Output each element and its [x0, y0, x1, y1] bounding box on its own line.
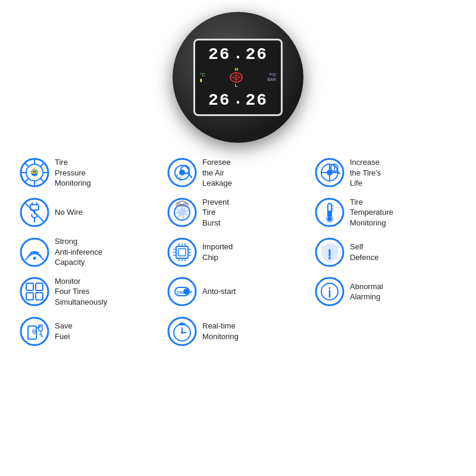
svg-line-12: [40, 178, 45, 183]
no-wire-icon-wrap: [19, 197, 50, 228]
svg-rect-75: [36, 293, 43, 300]
svg-rect-55: [178, 249, 186, 256]
l-label: L: [235, 83, 238, 88]
svg-point-17: [34, 173, 35, 174]
realtime-icon: [167, 317, 197, 346]
four-tires-icon: [20, 277, 49, 306]
device-circle: 26 . 26 °C ▮ H: [173, 12, 303, 143]
bottom-left-number: 26: [208, 91, 231, 109]
svg-rect-73: [36, 283, 43, 290]
svg-text:ON/OFF: ON/OFF: [177, 290, 193, 295]
alarming-icon-wrap: [314, 276, 345, 307]
auto-start-icon: ON/OFF: [167, 277, 197, 306]
feature-tire-pressure: TirePressureMonitoring: [18, 155, 163, 191]
svg-point-52: [33, 256, 36, 259]
tire-pressure-label: TirePressureMonitoring: [55, 157, 91, 189]
svg-point-95: [181, 331, 183, 334]
feature-alarming: AbnormalAlarming: [313, 274, 458, 310]
device-screen: 26 . 26 °C ▮ H: [193, 39, 283, 116]
screen-middle: °C ▮ H L: [198, 67, 278, 88]
alarming-icon: [315, 277, 345, 306]
device-section: 26 . 26 °C ▮ H: [173, 12, 303, 143]
battery-indicator: ▮: [200, 78, 202, 83]
page-container: 26 . 26 °C ▮ H: [0, 0, 476, 476]
air-leakage-icon-wrap: [167, 157, 198, 188]
tire-burst-icon: [167, 198, 197, 227]
h-label: H: [234, 67, 238, 72]
feature-self-defence: SelfDefence: [313, 234, 458, 270]
temp-label: TireTemperatureMonitoring: [350, 197, 393, 228]
four-tires-label: MonitorFour TiresSimultaneously: [55, 276, 107, 308]
svg-line-14: [24, 178, 29, 183]
air-leakage-label: Foreseethe AirLeakage: [202, 157, 232, 189]
tire-burst-icon-wrap: [167, 197, 198, 228]
feature-anti-inference: StrongAnti-inferenceCapacity: [18, 234, 163, 270]
chip-icon: [167, 237, 197, 267]
svg-point-47: [327, 217, 332, 221]
feature-no-wire: No Wire: [18, 195, 163, 231]
svg-line-13: [40, 162, 45, 167]
bottom-dot: .: [233, 91, 243, 108]
svg-point-53: [168, 239, 196, 266]
center-info: H L: [229, 67, 243, 88]
four-tires-icon-wrap: [19, 276, 50, 307]
chip-icon-wrap: [167, 237, 198, 268]
svg-rect-74: [26, 293, 33, 300]
feature-chip: ImportedChip: [165, 234, 311, 270]
fuel-icon-wrap: [19, 316, 50, 347]
temperature-icon: [315, 198, 345, 227]
self-defence-icon: [315, 237, 345, 267]
auto-start-icon-wrap: ON/OFF: [167, 276, 198, 307]
feature-auto-start: ON/OFF Anto-start: [165, 274, 311, 310]
realtime-label: Real-timeMonitoring: [202, 321, 239, 342]
realtime-icon-wrap: [167, 316, 198, 347]
screen-bottom-row: 26 . 26: [208, 91, 268, 109]
fuel-icon: [20, 317, 49, 346]
feature-realtime: Real-timeMonitoring: [165, 314, 311, 349]
top-dot: .: [233, 46, 243, 62]
bar-label: BAR: [268, 77, 276, 82]
screen-top-row: 26 . 26: [208, 45, 268, 64]
feature-tire-life: Increasethe Tire'sLife: [313, 155, 458, 191]
feature-temp: TireTemperatureMonitoring: [313, 195, 458, 231]
tire-pressure-icon-wrap: [19, 157, 50, 188]
psi-label: PSI: [270, 73, 276, 77]
top-right-number: 26: [245, 45, 268, 64]
feature-save-fuel: SaveFuel: [18, 314, 163, 349]
feature-tire-burst: PreventTireBurst: [165, 195, 311, 231]
tire-life-label: Increasethe Tire'sLife: [350, 157, 381, 189]
anti-inference-icon: [20, 237, 49, 267]
temperature-icon-wrap: [314, 197, 345, 228]
anti-inference-label: StrongAnti-inferenceCapacity: [55, 236, 102, 268]
svg-line-11: [24, 162, 29, 167]
no-wire-label: No Wire: [55, 207, 83, 218]
anti-inference-icon-wrap: [19, 237, 50, 268]
chip-label: ImportedChip: [202, 242, 233, 262]
air-leakage-icon: [167, 158, 197, 187]
tire-burst-label: PreventTireBurst: [202, 197, 229, 228]
tire-life-icon-wrap: [314, 157, 345, 188]
bottom-right-number: 26: [245, 91, 268, 109]
svg-rect-54: [176, 246, 188, 258]
middle-right: PSI BAR: [268, 73, 276, 82]
middle-left: °C ▮: [200, 72, 205, 83]
feature-air-leakage: Foreseethe AirLeakage: [165, 155, 311, 191]
svg-rect-72: [26, 283, 33, 290]
self-defence-icon-wrap: [314, 237, 345, 268]
auto-start-label: Anto-start: [202, 286, 236, 297]
features-grid: TirePressureMonitoring Foreseethe AirLea…: [12, 155, 464, 349]
feature-four-tires: MonitorFour TiresSimultaneously: [18, 274, 163, 310]
alarming-label: AbnormalAlarming: [350, 281, 383, 302]
tire-pressure-icon: [20, 158, 49, 187]
top-left-number: 26: [208, 45, 231, 64]
svg-point-71: [21, 278, 48, 305]
save-fuel-label: SaveFuel: [55, 321, 73, 342]
svg-point-70: [328, 257, 331, 259]
celsius-label: °C: [200, 72, 205, 77]
svg-point-82: [329, 287, 331, 289]
self-defence-label: SelfDefence: [350, 242, 378, 262]
tire-life-icon: [315, 158, 345, 187]
tire-warning-icon: [229, 72, 243, 83]
no-wire-icon: [20, 198, 49, 227]
